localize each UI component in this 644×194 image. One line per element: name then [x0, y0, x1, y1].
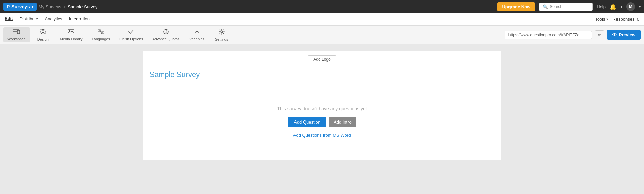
- surveys-label: Surveys: [11, 4, 30, 9]
- svg-rect-10: [98, 30, 101, 32]
- survey-url: https://www.questionpro.com/t/APITFZe: [505, 31, 592, 39]
- languages-label: Languages: [92, 37, 110, 41]
- toolbar-workspace[interactable]: Workspace: [3, 27, 30, 42]
- preview-eye-icon: 👁: [612, 32, 617, 37]
- design-label: Design: [37, 37, 49, 41]
- design-icon: [40, 28, 46, 37]
- svg-point-9: [69, 30, 70, 31]
- svg-point-18: [197, 31, 198, 32]
- finish-options-icon: [127, 29, 135, 36]
- svg-point-6: [40, 29, 42, 30]
- logo-dropdown-icon: ▾: [32, 5, 33, 9]
- add-intro-button[interactable]: Add Intro: [329, 117, 356, 127]
- edit-url-button[interactable]: ✏: [595, 30, 604, 39]
- survey-header: Add Logo Sample Survey: [143, 51, 501, 86]
- second-nav-right: Tools ▾ Responses: 0: [595, 17, 639, 22]
- empty-message: This survey doesn't have any questions y…: [277, 106, 367, 111]
- settings-icon: [218, 28, 225, 37]
- toolbar-advance-quotas[interactable]: Advance Quotas: [148, 27, 183, 42]
- breadcrumb-separator: >: [63, 4, 66, 9]
- svg-point-17: [195, 31, 196, 32]
- survey-container: Add Logo Sample Survey This survey doesn…: [143, 51, 501, 160]
- nav-edit[interactable]: Edit: [5, 16, 13, 22]
- toolbar-settings[interactable]: Settings: [210, 27, 233, 43]
- second-navbar: Edit Distribute Analytics Integration To…: [0, 13, 644, 26]
- nav-left: P Surveys ▾ My Surveys > Sample Survey: [3, 3, 97, 11]
- media-library-icon: [67, 29, 75, 36]
- variables-icon: [193, 29, 201, 36]
- variables-label: Variables: [189, 37, 204, 41]
- media-library-label: Media Library: [60, 37, 83, 41]
- tools-button[interactable]: Tools ▾: [595, 17, 608, 22]
- p-icon: P: [7, 4, 10, 9]
- add-logo-button[interactable]: Add Logo: [308, 55, 336, 63]
- nav-right: Upgrade Now 🔍 Help 🔔 ▾ M ▾: [497, 2, 641, 11]
- search-input[interactable]: [550, 4, 590, 9]
- notification-dropdown-icon: ▾: [621, 5, 622, 9]
- svg-rect-8: [68, 29, 74, 34]
- toolbar-variables[interactable]: Variables: [185, 27, 209, 42]
- search-box[interactable]: 🔍: [539, 3, 593, 11]
- tools-label: Tools: [595, 17, 605, 22]
- workspace-label: Workspace: [7, 37, 26, 41]
- toolbar-design[interactable]: Design: [31, 27, 55, 43]
- svg-point-19: [221, 31, 223, 33]
- user-avatar[interactable]: M: [626, 2, 635, 11]
- add-logo-bar: Add Logo: [143, 51, 501, 67]
- advance-quotas-icon: [162, 29, 170, 36]
- preview-label: Preview: [619, 32, 635, 37]
- svg-rect-3: [17, 30, 20, 34]
- current-survey: Sample Survey: [68, 4, 97, 9]
- search-icon: 🔍: [543, 4, 548, 9]
- top-navbar: P Surveys ▾ My Surveys > Sample Survey U…: [0, 0, 644, 13]
- notification-icon[interactable]: 🔔: [610, 4, 616, 10]
- edit-icon: ✏: [598, 32, 601, 37]
- advance-quotas-label: Advance Quotas: [152, 37, 179, 41]
- survey-title: Sample Survey: [143, 67, 501, 86]
- survey-body: This survey doesn't have any questions y…: [143, 86, 501, 160]
- upgrade-button[interactable]: Upgrade Now: [497, 2, 535, 11]
- toolbar-right: https://www.questionpro.com/t/APITFZe ✏ …: [505, 30, 641, 40]
- toolbar-finish-options[interactable]: Finish Options: [115, 27, 147, 42]
- breadcrumb: My Surveys > Sample Survey: [39, 4, 98, 9]
- settings-label: Settings: [215, 37, 228, 41]
- preview-button[interactable]: 👁 Preview: [607, 30, 641, 40]
- user-dropdown-icon[interactable]: ▾: [639, 5, 641, 9]
- responses-count: Responses: 0: [613, 17, 640, 22]
- tools-dropdown-icon: ▾: [606, 17, 608, 21]
- main-content: Add Logo Sample Survey This survey doesn…: [0, 44, 644, 179]
- toolbar-media-library[interactable]: Media Library: [56, 27, 87, 42]
- toolbar-languages[interactable]: Languages: [88, 27, 114, 42]
- finish-options-label: Finish Options: [119, 37, 143, 41]
- nav-analytics[interactable]: Analytics: [45, 16, 62, 22]
- svg-rect-13: [101, 32, 104, 34]
- languages-icon: [97, 29, 105, 36]
- svg-point-5: [42, 31, 44, 33]
- my-surveys-link[interactable]: My Surveys: [39, 4, 61, 9]
- svg-point-7: [44, 33, 46, 34]
- help-link[interactable]: Help: [597, 4, 606, 9]
- add-from-word-link[interactable]: Add Questions from MS Word: [293, 133, 351, 138]
- surveys-logo[interactable]: P Surveys ▾: [3, 3, 37, 11]
- add-question-button[interactable]: Add Question: [288, 117, 326, 127]
- toolbar: Workspace Design Media Library: [0, 26, 644, 44]
- nav-integration[interactable]: Integration: [69, 16, 90, 22]
- nav-distribute[interactable]: Distribute: [20, 16, 38, 22]
- action-buttons: Add Question Add Intro: [288, 117, 356, 127]
- workspace-icon: [13, 29, 20, 36]
